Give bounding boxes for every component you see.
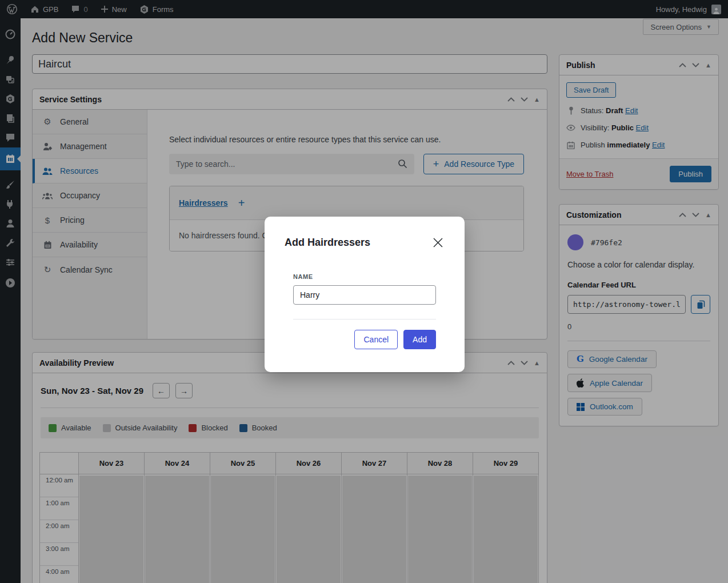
modal-title: Add Hairdressers	[285, 237, 370, 249]
name-label: NAME	[293, 273, 436, 280]
divider	[293, 319, 436, 320]
add-hairdressers-modal: Add Hairdressers NAME Cancel Add	[265, 217, 465, 372]
close-icon[interactable]	[431, 236, 445, 249]
add-button[interactable]: Add	[403, 330, 436, 349]
cancel-button[interactable]: Cancel	[354, 330, 398, 349]
hairdresser-name-input[interactable]	[293, 285, 436, 305]
